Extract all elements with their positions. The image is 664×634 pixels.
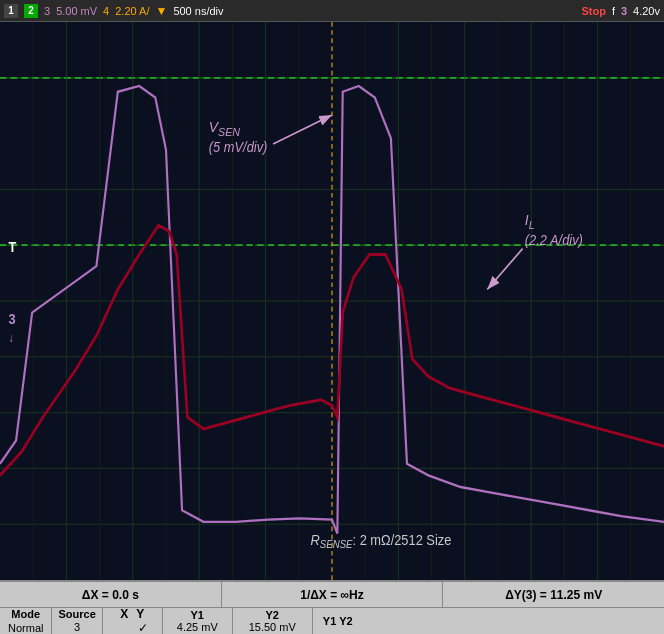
dy-cell: ΔY(3) = 11.25 mV [443,582,664,607]
ch4-value: 2.20 A/ [115,5,149,17]
y1-value: 4.25 mV [177,621,218,633]
x-space [116,621,130,634]
svg-line-35 [273,115,332,144]
y1y2-label: Y1 Y2 [323,615,353,627]
x-label: X [120,607,128,621]
trigger-arrow-top: ▼ [155,4,167,18]
y1-cell: Y1 4.25 mV [163,608,233,634]
ch-num: 3 [621,5,627,17]
oscilloscope-screen: T 3 ↓ VSEN (5 mV/div) IL (2.2 A/div) RSE… [0,22,664,580]
oscilloscope: 1 2 3 5.00 mV 4 2.20 A/ ▼ 500 ns/div Sto… [0,0,664,634]
mode-value: Normal [8,621,43,634]
waveforms: T 3 ↓ VSEN (5 mV/div) IL (2.2 A/div) RSE… [0,22,664,580]
ch1-indicator[interactable]: 1 [4,4,18,18]
y2-label: Y2 [266,609,279,621]
inv-dx-cell: 1/ΔX = ∞Hz [222,582,444,607]
svg-text:3: 3 [9,312,16,328]
data-row-2: Mode Normal Source 3 X Y ✓ Y1 [0,608,664,634]
ch3-value: 5.00 mV [56,5,97,17]
freq-label: f [612,5,615,17]
ch2-indicator[interactable]: 2 [24,4,38,18]
source-value: 3 [74,621,80,634]
il-waveform [0,225,664,475]
time-div-label: 500 ns/div [173,5,223,17]
top-toolbar: 1 2 3 5.00 mV 4 2.20 A/ ▼ 500 ns/div Sto… [0,0,664,22]
y2-value: 15.50 mV [249,621,296,633]
y-label: Y [136,607,144,621]
svg-text:(5 mV/div): (5 mV/div) [209,140,268,156]
dx-cell: ΔX = 0.0 s [0,582,222,607]
ch4-label: 4 [103,5,109,17]
data-row-1: ΔX = 0.0 s 1/ΔX = ∞Hz ΔY(3) = 11.25 mV [0,582,664,608]
svg-text:IL: IL [525,212,535,231]
svg-text:(2.2 A/div): (2.2 A/div) [525,233,583,249]
mode-cell: Mode Normal [0,608,52,634]
svg-line-38 [487,249,522,290]
xy-cell: X Y ✓ [103,608,163,634]
svg-text:T: T [9,240,18,256]
source-cell: Source 3 [52,608,102,634]
ch3-label: 3 [44,5,50,17]
y-check: ✓ [138,621,148,634]
y1y2-cell[interactable]: Y1 Y2 [313,608,363,634]
svg-text:RSENSE: 2 mΩ/2512 Size: RSENSE: 2 mΩ/2512 Size [311,533,452,551]
mode-label: Mode [11,607,40,621]
vsen-waveform [0,86,664,534]
y2-cell: Y2 15.50 mV [233,608,313,634]
svg-text:↓: ↓ [9,331,14,343]
y1-label: Y1 [191,609,204,621]
stop-label: Stop [581,5,605,17]
bottom-data-bar: ΔX = 0.0 s 1/ΔX = ∞Hz ΔY(3) = 11.25 mV M… [0,580,664,634]
voltage-label: 4.20v [633,5,660,17]
source-label: Source [58,608,95,621]
svg-text:VSEN: VSEN [209,119,241,138]
